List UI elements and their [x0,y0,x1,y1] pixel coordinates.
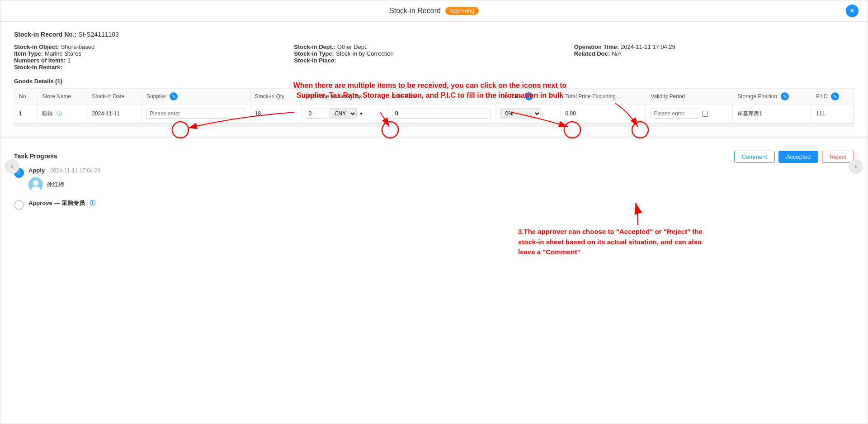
task-step-approve: Approve — 采购专员 ⓘ [14,199,854,210]
info-numbers: Numbers of Items: 1 [14,57,294,64]
unit-price-input[interactable] [306,109,328,119]
info-place: Stock-in Place: [294,57,574,64]
cell-supplier[interactable] [142,105,250,123]
info-place-label: Stock-in Place: [294,57,336,64]
col-supplier: Supplier ✎ [142,89,250,105]
col-no: No. [14,89,38,105]
info-item-type-label: Item Type: [14,50,43,57]
cell-stock-in-qty: 18 [250,105,301,123]
user-avatar [28,177,43,192]
total-price-input[interactable] [392,109,491,119]
info-remark-label: Stock-in Remark: [14,64,62,71]
approve-info-icon[interactable]: ⓘ [90,200,95,206]
info-item-type: Item Type: Marine Stores [14,50,294,57]
tax-rate-bulk-edit-icon[interactable]: ✎ [525,92,533,100]
nav-arrow-left[interactable]: ‹ [5,159,19,174]
goods-count: (1) [55,78,62,85]
task-section: Task Progress Comment Accepted Reject ✓ … [14,148,854,210]
info-remark: Stock-in Remark: [14,64,294,71]
step-apply-content: Apply 2024-11-11 17:04:29 孙红梅 [28,167,100,192]
close-button[interactable]: × [846,5,859,17]
cell-validity[interactable] [646,105,733,123]
info-op-time-label: Operation Time: [574,43,619,50]
col-stock-in-qty: Stock-in Qty [250,89,301,105]
cell-pic: 111 [811,105,854,123]
cell-total-exc: 0.00 [561,105,646,123]
table-scrollbar[interactable] [14,123,854,127]
info-type: Stock-in Type: Stock-in by Correction [294,50,574,57]
tax-rate-select[interactable]: 0% 6% 9% 13% [500,108,541,119]
reject-button[interactable]: Reject [822,151,854,163]
info-numbers-label: Numbers of Items: [14,57,66,64]
info-grid: Stock-in Object: Shore-based Item Type: … [14,43,854,71]
table-row: 1 哑铃 ⓘ 2024-11-11 18 [14,105,854,123]
comment-button[interactable]: Comment [734,151,775,163]
storage-pos-bulk-edit-icon[interactable]: ✎ [781,92,789,100]
record-info: Stock-in Record No.: SI-S24111103 Stock-… [14,31,854,71]
record-no-value: SI-S24111103 [78,31,119,38]
pic-bulk-edit-icon[interactable]: ✎ [831,92,839,100]
goods-title-text: Goods Details [14,78,53,85]
goods-table-wrapper: No. Store Name Stock-in Date Supplier ✎ … [14,88,854,127]
info-dept-label: Stock-in Dept.: [294,43,335,50]
action-buttons: Comment Accepted Reject [734,151,854,163]
info-stock-object-value: Shore-based [61,43,94,50]
currency-select[interactable]: CNY [330,108,357,119]
info-icon[interactable]: ⓘ [57,110,62,117]
modal-container: Stock-in Record Approving × ‹ › Stock-in… [0,0,868,424]
col-validity: Validity Period [646,89,733,105]
cell-store-name: 哑铃 ⓘ [38,105,87,123]
annotation-bottom-text: 3.The approver can choose to "Accepted" … [518,227,708,257]
info-numbers-value: 1 [67,57,71,64]
goods-title: Goods Details (1) [14,78,854,85]
modal-header: Stock-in Record Approving × [0,0,868,22]
col-pic: P.I.C ✎ [811,89,854,105]
info-type-value: Stock-in by Correction [336,50,394,57]
user-name: 孙红梅 [47,181,64,189]
col-tax-rate: Tax Rate ✎ [495,89,561,105]
validity-input[interactable] [651,109,700,119]
col-total-price: Total Price ... [387,89,495,105]
info-related-doc-value: N/A [612,50,622,57]
cell-tax-rate[interactable]: 0% 6% 9% 13% [495,105,561,123]
col-storage-pos: Storage Position ✎ [733,89,811,105]
cell-total-price[interactable] [387,105,495,123]
info-dept-value: Other Dept. [337,43,368,50]
status-badge: Approving [445,7,479,15]
info-related-doc: Related Doc: N/A [574,50,854,57]
info-item-type-value: Marine Stores [45,50,81,57]
goods-table: No. Store Name Stock-in Date Supplier ✎ … [14,89,854,123]
record-number: Stock-in Record No.: SI-S24111103 [14,31,854,38]
goods-section: Goods Details (1) No. Store Name Stock-i… [14,78,854,127]
task-step-apply: ✓ Apply 2024-11-11 17:04:29 [14,167,854,192]
task-section-title: Task Progress [14,152,854,160]
cell-storage-pos: 岸基库房1 [733,105,811,123]
info-op-time: Operation Time: 2024-11-11 17:04:29 [574,43,854,50]
col-store-name: Store Name [38,89,87,105]
table-header-row: No. Store Name Stock-in Date Supplier ✎ … [14,89,854,105]
info-col-middle: Stock-in Dept.: Other Dept. Stock-in Typ… [294,43,574,71]
cell-stock-in-date: 2024-11-11 [87,105,142,123]
accepted-button[interactable]: Accepted [778,151,818,163]
info-related-doc-label: Related Doc: [574,50,610,57]
supplier-bulk-edit-icon[interactable]: ✎ [170,92,178,100]
info-col-left: Stock-in Object: Shore-based Item Type: … [14,43,294,71]
info-stock-object: Stock-in Object: Shore-based [14,43,294,50]
step-apply-name: Apply [28,167,45,174]
info-type-label: Stock-in Type: [294,50,334,57]
col-unit-price: Unit Price Including Tax [301,89,387,105]
cell-unit-price[interactable]: CNY ▾ [301,105,387,123]
col-total-exc: Total Price Excluding ... [561,89,646,105]
nav-arrow-right[interactable]: › [849,159,863,174]
supplier-input[interactable] [146,109,245,119]
step-approve-name: Approve — 采购专员 ⓘ [28,200,95,206]
validity-checkbox[interactable] [702,111,708,117]
section-divider [0,136,868,139]
step-approve-content: Approve — 采购专员 ⓘ [28,199,95,207]
info-dept: Stock-in Dept.: Other Dept. [294,43,574,50]
svg-point-1 [33,180,38,186]
record-no-label: Stock-in Record No.: [14,31,76,38]
col-stock-in-date: Stock-in Date [87,89,142,105]
step-apply-time: 2024-11-11 17:04:29 [50,167,100,174]
step-approve-icon [14,200,24,210]
